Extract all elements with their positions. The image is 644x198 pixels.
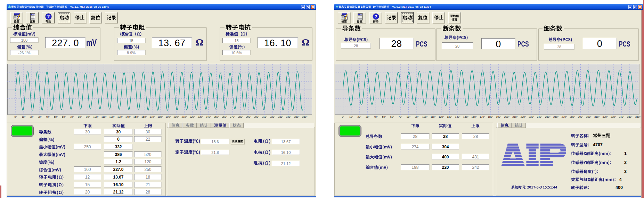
svg-text:180°: 180° [488,115,494,118]
svg-text:260°: 260° [222,115,227,118]
svg-text:120°: 120° [439,115,444,118]
svg-text:?: ? [375,14,377,19]
svg-text:0°: 0° [342,115,344,118]
svg-text:140°: 140° [455,115,460,118]
svg-text:30°: 30° [38,115,42,118]
svg-text:50°: 50° [382,115,386,118]
svg-text:10°: 10° [22,115,25,118]
svg-text:140°: 140° [125,115,131,118]
svg-text:290°: 290° [578,115,584,118]
svg-text:300°: 300° [586,115,592,118]
svg-text:70°: 70° [398,115,402,118]
svg-text:260°: 260° [553,115,559,118]
svg-text:160°: 160° [471,115,477,118]
svg-text:310°: 310° [594,115,600,118]
svg-text:240°: 240° [537,115,543,118]
svg-text:190°: 190° [165,115,171,118]
svg-text:280°: 280° [238,115,243,118]
svg-text:330°: 330° [278,115,284,118]
svg-text:180°: 180° [157,115,163,118]
svg-text:60°: 60° [390,115,394,118]
svg-text:160°: 160° [141,115,147,118]
svg-text:10°: 10° [349,115,353,118]
svg-text:40°: 40° [46,115,50,118]
svg-text:80°: 80° [78,115,82,118]
svg-text:230°: 230° [529,115,534,118]
svg-text:230°: 230° [198,115,203,118]
svg-text:?: ? [47,14,50,19]
svg-text:270°: 270° [562,115,567,118]
svg-text:110°: 110° [431,115,436,118]
svg-text:70°: 70° [70,115,74,118]
svg-text:150°: 150° [133,115,139,118]
svg-text:240°: 240° [206,115,211,118]
svg-text:270°: 270° [230,115,235,118]
svg-text:130°: 130° [117,115,123,118]
svg-text:220°: 220° [521,115,526,118]
svg-text:250°: 250° [545,115,551,118]
svg-text:360°: 360° [302,115,308,118]
svg-text:360°: 360° [635,115,641,118]
svg-text:40°: 40° [374,115,378,118]
svg-text:210°: 210° [182,115,187,118]
svg-text:20°: 20° [30,115,34,118]
svg-text:280°: 280° [570,115,575,118]
svg-text:190°: 190° [496,115,502,118]
svg-text:0°: 0° [14,115,17,118]
svg-text:170°: 170° [149,115,155,118]
svg-text:200°: 200° [504,115,510,118]
svg-text:340°: 340° [619,115,625,118]
svg-text:340°: 340° [286,115,292,118]
svg-text:110°: 110° [101,115,107,118]
svg-text:90°: 90° [86,115,90,118]
svg-text:320°: 320° [602,115,608,118]
svg-text:210°: 210° [512,115,518,118]
svg-text:20°: 20° [357,115,361,118]
svg-text:130°: 130° [447,115,453,118]
svg-text:290°: 290° [246,115,251,118]
svg-text:60°: 60° [62,115,66,118]
svg-text:310°: 310° [262,115,268,118]
svg-text:300°: 300° [254,115,260,118]
svg-text:350°: 350° [294,115,300,118]
svg-text:170°: 170° [480,115,485,118]
svg-text:100°: 100° [422,115,428,118]
svg-text:320°: 320° [270,115,276,118]
svg-text:120°: 120° [109,115,115,118]
svg-text:50°: 50° [54,115,58,118]
svg-text:350°: 350° [627,115,633,118]
svg-text:100°: 100° [93,115,99,118]
svg-text:200°: 200° [173,115,179,118]
svg-text:250°: 250° [214,115,219,118]
svg-text:90°: 90° [415,115,418,118]
svg-text:80°: 80° [407,115,410,118]
svg-text:30°: 30° [366,115,369,118]
svg-text:150°: 150° [463,115,469,118]
svg-text:220°: 220° [190,115,195,118]
svg-text:330°: 330° [611,115,616,118]
